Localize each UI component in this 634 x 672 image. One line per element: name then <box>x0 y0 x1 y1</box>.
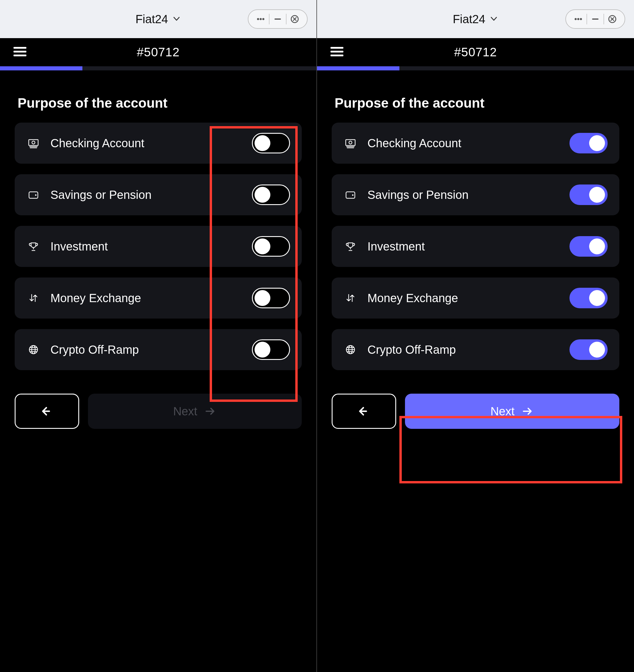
bottom-nav: Next <box>332 394 619 429</box>
next-button[interactable]: Next <box>88 394 302 429</box>
more-icon[interactable] <box>252 10 269 28</box>
mini-program-top-bar: Fiat24 <box>0 0 316 38</box>
option-row-crypto: Crypto Off-Ramp <box>332 329 619 370</box>
option-row-investment: Investment <box>15 226 302 267</box>
toggle-checking[interactable] <box>252 133 290 153</box>
title-chevron-down-icon[interactable] <box>172 13 181 26</box>
toggle-savings[interactable] <box>252 185 290 205</box>
option-label: Checking Account <box>50 137 242 150</box>
globe-icon <box>343 343 358 357</box>
option-row-exchange: Money Exchange <box>332 278 619 318</box>
close-icon[interactable] <box>604 10 620 28</box>
hamburger-menu-icon[interactable] <box>12 43 28 61</box>
exchange-icon <box>343 291 358 305</box>
section-title: Purpose of the account <box>18 95 302 111</box>
option-row-savings: Savings or Pension <box>15 174 302 215</box>
more-icon[interactable] <box>570 10 586 28</box>
option-row-checking: Checking Account <box>15 123 302 164</box>
trophy-icon <box>343 239 358 254</box>
option-row-investment: Investment <box>332 226 619 267</box>
option-row-savings: Savings or Pension <box>332 174 619 215</box>
app-header: #50712 <box>0 38 316 66</box>
option-label: Crypto Off-Ramp <box>50 343 242 356</box>
mini-program-title: Fiat24 <box>453 13 485 26</box>
cash-icon <box>343 136 358 150</box>
toggle-exchange[interactable] <box>252 288 290 308</box>
option-label: Savings or Pension <box>367 188 560 201</box>
toggle-exchange[interactable] <box>569 288 608 308</box>
left-pane: Fiat24 #50712 Purpose of the account <box>0 0 317 672</box>
progress-track <box>317 66 634 70</box>
right-pane: Fiat24 #50712 Purpose of the account <box>317 0 634 672</box>
option-row-exchange: Money Exchange <box>15 278 302 318</box>
options-list: Checking Account Savings or Pension Inve… <box>332 123 619 370</box>
minimize-icon[interactable] <box>587 10 604 28</box>
trophy-icon <box>26 239 41 254</box>
mini-program-top-bar: Fiat24 <box>317 0 634 38</box>
option-label: Crypto Off-Ramp <box>367 343 560 356</box>
hamburger-menu-icon[interactable] <box>329 43 345 61</box>
back-button[interactable] <box>332 394 396 429</box>
cash-icon <box>26 136 41 150</box>
globe-icon <box>26 343 41 357</box>
options-list: Checking Account Savings or Pension Inve… <box>15 123 302 370</box>
toggle-investment[interactable] <box>569 236 608 257</box>
next-button[interactable]: Next <box>405 394 619 429</box>
option-label: Investment <box>367 240 560 253</box>
toggle-crypto[interactable] <box>569 339 608 360</box>
progress-fill <box>0 66 82 70</box>
exchange-icon <box>26 291 41 305</box>
toggle-crypto[interactable] <box>252 339 290 360</box>
close-icon[interactable] <box>287 10 303 28</box>
option-label: Checking Account <box>367 137 560 150</box>
next-button-label: Next <box>173 405 197 418</box>
wallet-icon <box>26 188 41 202</box>
account-id: #50712 <box>317 45 634 59</box>
option-label: Savings or Pension <box>50 188 242 201</box>
next-button-label: Next <box>490 405 514 418</box>
wallet-icon <box>343 188 358 202</box>
progress-track <box>0 66 316 70</box>
mini-program-capsule <box>565 9 625 29</box>
option-row-checking: Checking Account <box>332 123 619 164</box>
progress-fill <box>317 66 399 70</box>
toggle-investment[interactable] <box>252 236 290 257</box>
bottom-nav: Next <box>15 394 302 429</box>
option-label: Money Exchange <box>50 292 242 305</box>
toggle-savings[interactable] <box>569 185 608 205</box>
back-button[interactable] <box>15 394 79 429</box>
app-header: #50712 <box>317 38 634 66</box>
mini-program-capsule <box>248 9 308 29</box>
option-row-crypto: Crypto Off-Ramp <box>15 329 302 370</box>
option-label: Investment <box>50 240 242 253</box>
mini-program-title: Fiat24 <box>136 13 168 26</box>
account-id: #50712 <box>0 45 316 59</box>
title-chevron-down-icon[interactable] <box>489 13 498 26</box>
section-title: Purpose of the account <box>335 95 619 111</box>
minimize-icon[interactable] <box>269 10 286 28</box>
toggle-checking[interactable] <box>569 133 608 153</box>
option-label: Money Exchange <box>367 292 560 305</box>
